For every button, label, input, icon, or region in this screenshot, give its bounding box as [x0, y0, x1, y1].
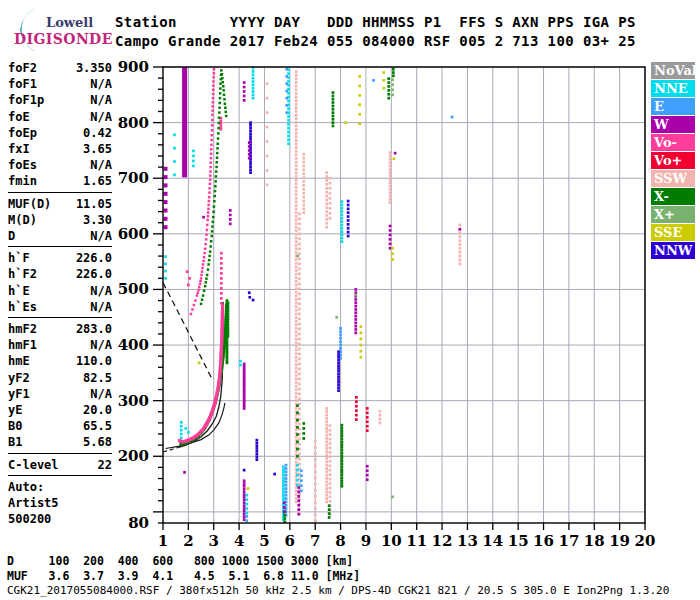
svg-text:4: 4	[234, 532, 244, 550]
parameter-row-hf: h`F226.0	[8, 250, 112, 266]
parameter-row-foep: foEp0.42	[8, 125, 112, 141]
svg-text:9: 9	[361, 532, 371, 550]
parameter-label: C-level	[8, 457, 59, 473]
parameter-value: N/A	[90, 157, 112, 173]
parameter-value: 82.5	[83, 370, 112, 386]
parameter-value: 3.65	[83, 141, 112, 157]
svg-text:13: 13	[457, 532, 478, 550]
svg-text:7: 7	[310, 532, 320, 550]
parameter-value: N/A	[90, 109, 112, 125]
parameter-label: MUF(D)	[8, 196, 51, 212]
muf-row: MUF 3.6 3.7 3.9 4.1 4.5 5.1 6.8 11.0 [MH…	[7, 569, 360, 583]
svg-text:20: 20	[635, 532, 656, 550]
parameter-row-yf2: yF282.5	[8, 370, 112, 386]
logo-digisonde-text: DIGISONDE	[14, 31, 113, 47]
parameter-value: 226.0	[76, 266, 112, 282]
autoscaler-line: Artist5	[8, 495, 112, 511]
parameter-label: D	[8, 228, 15, 244]
parameter-label: foF1	[8, 76, 37, 92]
parameter-label: B0	[8, 418, 22, 434]
parameter-label: foF2	[8, 60, 37, 76]
panel-separator	[8, 475, 112, 476]
station-header: Station YYYY DAY DDD HHMMSS P1 FFS S AXN…	[115, 13, 636, 51]
parameter-row-fxi: fxI3.65	[8, 141, 112, 157]
parameter-row-hme: hmE110.0	[8, 353, 112, 369]
parameter-label: M(D)	[8, 212, 37, 228]
svg-text:200: 200	[118, 447, 149, 465]
parameter-value: 0.42	[83, 125, 112, 141]
parameter-label: yF1	[8, 386, 30, 402]
svg-text:300: 300	[118, 392, 149, 410]
autoscaler-line: Auto:	[8, 479, 112, 495]
svg-text:5: 5	[259, 532, 269, 550]
parameter-label: foE	[8, 109, 30, 125]
muf-distance-table: D 100 200 400 600 800 1000 1500 3000 [km…	[7, 554, 360, 583]
legend-item-nnw: NNW	[651, 242, 695, 259]
svg-text:11: 11	[406, 532, 427, 550]
svg-text:18: 18	[584, 532, 605, 550]
parameter-label: foF1p	[8, 92, 44, 108]
parameter-row-hes: h`EsN/A	[8, 299, 112, 315]
parameter-row-fof1p: foF1pN/A	[8, 92, 112, 108]
autoscaler-line: 500200	[8, 511, 112, 527]
svg-text:15: 15	[508, 532, 529, 550]
parameter-label: yE	[8, 402, 22, 418]
parameter-row-clevel: C-level22	[8, 457, 112, 473]
parameter-label: h`F2	[8, 266, 37, 282]
panel-separator	[8, 317, 112, 318]
parameter-row-he: h`EN/A	[8, 283, 112, 299]
parameter-row-foes: foEsN/A	[8, 157, 112, 173]
parameter-label: foEp	[8, 125, 37, 141]
svg-text:700: 700	[118, 169, 149, 187]
parameter-row-fof1: foF1N/A	[8, 76, 112, 92]
parameter-value: N/A	[90, 386, 112, 402]
parameter-label: h`Es	[8, 299, 37, 315]
logo-lowell-text: Lowell	[46, 15, 93, 30]
parameter-value: 11.05	[76, 196, 112, 212]
parameter-row-hf2: h`F2226.0	[8, 266, 112, 282]
svg-text:14: 14	[482, 532, 503, 550]
echo-direction-legend: NoValNNEEWVo-Vo+SSWX-X+SSENNW	[651, 62, 696, 260]
svg-text:900: 900	[118, 58, 149, 76]
panel-separator	[8, 192, 112, 193]
parameter-label: B1	[8, 434, 22, 450]
header-columns-line: Station YYYY DAY DDD HHMMSS P1 FFS S AXN…	[115, 14, 636, 30]
parameter-row-d: DN/A	[8, 228, 112, 244]
parameter-value: 65.5	[83, 418, 112, 434]
legend-item-x: X-	[651, 188, 695, 205]
legend-item-noval: NoVal	[651, 62, 695, 79]
file-info-line: CGK21_2017055084000.RSF / 380fx512h 50 k…	[7, 584, 669, 597]
parameter-value: 283.0	[76, 321, 112, 337]
parameter-label: h`E	[8, 283, 30, 299]
parameter-value: 22	[98, 457, 112, 473]
parameter-label: foEs	[8, 157, 37, 173]
scaled-parameters-panel: foF23.350foF1N/AfoF1pN/AfoEN/AfoEp0.42fx…	[8, 60, 112, 527]
parameter-value: N/A	[90, 299, 112, 315]
parameter-value: N/A	[90, 92, 112, 108]
panel-separator	[8, 453, 112, 454]
svg-text:500: 500	[118, 280, 149, 298]
parameter-value: 3.30	[83, 212, 112, 228]
svg-text:2: 2	[183, 532, 193, 550]
parameter-row-b1: B15.68	[8, 434, 112, 450]
panel-separator	[8, 246, 112, 247]
parameter-label: hmF1	[8, 337, 37, 353]
parameter-row-hmf2: hmF2283.0	[8, 321, 112, 337]
svg-text:600: 600	[118, 225, 149, 243]
legend-item-e: E	[651, 98, 695, 115]
parameter-value: 20.0	[83, 402, 112, 418]
svg-text:400: 400	[118, 336, 149, 354]
parameter-row-yf1: yF1N/A	[8, 386, 112, 402]
parameter-value: N/A	[90, 76, 112, 92]
svg-text:12: 12	[432, 532, 453, 550]
legend-item-ssw: SSW	[651, 170, 695, 187]
legend-item-x: X+	[651, 206, 695, 223]
legend-item-nne: NNE	[651, 80, 695, 97]
svg-text:19: 19	[609, 532, 630, 550]
parameter-label: h`F	[8, 250, 30, 266]
parameter-value: 226.0	[76, 250, 112, 266]
legend-item-sse: SSE	[651, 224, 695, 241]
lowell-digisonde-logo: Lowell DIGISONDE	[6, 6, 112, 54]
legend-item-vo: Vo+	[651, 152, 695, 169]
parameter-row-fof2: foF23.350	[8, 60, 112, 76]
